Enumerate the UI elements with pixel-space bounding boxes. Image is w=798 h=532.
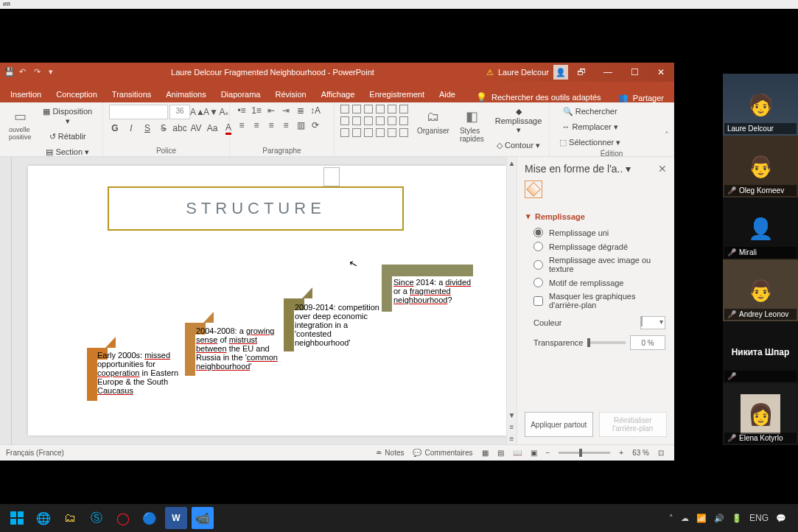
start-button[interactable]: [6, 507, 28, 529]
fit-to-window-icon[interactable]: ⊡: [654, 449, 668, 457]
slideshow-view-icon[interactable]: ▣: [526, 449, 542, 457]
strikethrough-icon[interactable]: S̶: [158, 122, 169, 134]
participant-tile-nikita[interactable]: Никита Шпар 🎤̸: [723, 321, 798, 383]
align-center-icon[interactable]: ≡: [251, 119, 262, 131]
smartart-convert-icon[interactable]: ⟳: [309, 119, 321, 131]
clear-formatting-icon[interactable]: Aₓ: [218, 106, 230, 118]
undo-icon[interactable]: ↶: [19, 67, 29, 77]
taskbar-edge-icon[interactable]: 🌐: [32, 507, 55, 529]
tab-conception[interactable]: Conception: [49, 86, 105, 102]
bold-icon[interactable]: G: [109, 122, 121, 134]
find-button[interactable]: 🔍 Rechercher: [556, 105, 624, 119]
zoom-out-icon[interactable]: −: [542, 449, 555, 457]
text-direction-icon[interactable]: ↕A: [309, 105, 321, 116]
align-right-icon[interactable]: ≡: [265, 119, 277, 131]
scroll-up-icon[interactable]: ▲: [507, 157, 517, 169]
increase-indent-icon[interactable]: ⇥: [280, 105, 292, 116]
numbering-icon[interactable]: 1≡: [251, 105, 262, 116]
color-picker-button[interactable]: [640, 316, 665, 329]
share-button[interactable]: 👥 Partager: [608, 93, 674, 102]
tray-language[interactable]: ENG: [749, 513, 769, 523]
tab-diaporama[interactable]: Diaporama: [214, 86, 268, 102]
slide-thumbnail-strip[interactable]: [0, 157, 12, 444]
select-button[interactable]: ⬚ Sélectionner ▾: [556, 136, 624, 150]
bullets-icon[interactable]: •≡: [236, 105, 248, 116]
tab-aide[interactable]: Aide: [432, 86, 463, 102]
fill-tab-icon[interactable]: [525, 181, 542, 198]
participant-tile-oleg[interactable]: 👨 🎤̸Oleg Korneev: [723, 136, 798, 197]
decrease-font-icon[interactable]: A▼: [205, 106, 217, 118]
tab-affichage[interactable]: Affichage: [314, 86, 363, 102]
decrease-indent-icon[interactable]: ⇤: [265, 105, 277, 116]
increase-font-icon[interactable]: A▲: [192, 106, 203, 118]
qat-more-icon[interactable]: ▾: [49, 67, 59, 77]
vertical-scrollbar[interactable]: ▲ ▼ ≡ ≡: [506, 157, 517, 444]
notes-button[interactable]: ≐ Notes: [371, 449, 408, 457]
taskbar-word-icon[interactable]: W: [165, 507, 187, 529]
tab-insertion[interactable]: Insertion: [3, 86, 49, 102]
tray-wifi-icon[interactable]: 📶: [696, 514, 707, 523]
zoom-value[interactable]: 63 %: [628, 449, 654, 457]
redo-icon[interactable]: ↷: [34, 67, 44, 77]
shapes-gallery[interactable]: [340, 105, 410, 139]
change-case-icon[interactable]: Aa: [206, 122, 218, 134]
check-hide-bg-graphics[interactable]: Masquer les graphiques d'arrière-plan: [526, 290, 665, 312]
tell-me-search[interactable]: 💡 Rechercher des outils adaptés: [476, 92, 608, 102]
tab-revision[interactable]: Révision: [267, 86, 313, 102]
zoom-in-icon[interactable]: +: [615, 449, 628, 457]
participant-tile-laure[interactable]: 🧑 Laure Delcour: [723, 74, 798, 136]
prev-slide-icon[interactable]: ≡: [507, 421, 517, 433]
radio-gradient-fill[interactable]: Remplissage dégradé: [526, 239, 665, 253]
arrange-button[interactable]: 🗂 Organiser: [414, 105, 452, 136]
language-indicator[interactable]: Français (France): [6, 449, 64, 457]
underline-icon[interactable]: S: [141, 122, 153, 134]
tray-notifications-icon[interactable]: 💬: [776, 514, 786, 523]
normal-view-icon[interactable]: ▦: [477, 449, 493, 457]
transparency-slider[interactable]: [587, 341, 626, 344]
tray-cloud-icon[interactable]: ☁: [681, 514, 689, 523]
shape-outline-button[interactable]: ◇ Contour ▾: [491, 139, 546, 153]
columns-icon[interactable]: ▥: [295, 119, 307, 131]
tab-animations[interactable]: Animations: [158, 86, 213, 102]
participant-tile-andrey[interactable]: 👨 🎤̸Andrey Leonov: [723, 259, 798, 321]
new-slide-button[interactable]: ▭ ouvelle positive: [6, 105, 35, 143]
apply-all-button[interactable]: Appliquer partout: [525, 412, 593, 437]
collapse-ribbon-icon[interactable]: ˄: [665, 130, 669, 140]
slide-canvas[interactable]: STRUCTURE Early 2000s: missed opportunit…: [28, 166, 506, 435]
justify-icon[interactable]: ≡: [280, 119, 292, 131]
tray-expand-icon[interactable]: ˄: [669, 514, 673, 523]
character-spacing-icon[interactable]: AV: [190, 122, 202, 134]
taskbar-zoom-icon[interactable]: 📹: [192, 507, 214, 529]
tray-volume-icon[interactable]: 🔊: [714, 514, 724, 523]
ribbon-display-options-icon[interactable]: 🗗: [568, 63, 595, 82]
step-text-2[interactable]: 2004-2008: a growing sense of mistrust b…: [196, 326, 284, 371]
text-shadow-icon[interactable]: abc: [174, 122, 186, 134]
reset-button[interactable]: ↺ Rétablir: [39, 130, 97, 144]
taskbar-skype-icon[interactable]: Ⓢ: [85, 507, 108, 529]
font-size-field[interactable]: 36: [169, 105, 190, 119]
user-avatar-icon[interactable]: 👤: [553, 65, 568, 80]
font-family-field[interactable]: [109, 105, 168, 119]
slide-title-box[interactable]: STRUCTURE: [108, 186, 404, 231]
layout-button[interactable]: ▦ Disposition ▾: [39, 105, 97, 128]
save-icon[interactable]: 💾: [4, 67, 15, 77]
maximize-button[interactable]: ☐: [621, 63, 648, 82]
reset-background-button[interactable]: Réinitialiser l'arrière-plan: [599, 412, 668, 437]
step-text-4[interactable]: Since 2014: a divided or a fragmented ne…: [393, 278, 475, 304]
next-slide-icon[interactable]: ≡: [507, 433, 517, 444]
zoom-slider[interactable]: [559, 452, 610, 454]
tab-transitions[interactable]: Transitions: [105, 86, 158, 102]
step-text-3[interactable]: 2009-2014: competition over deep economi…: [295, 303, 382, 347]
shape-fill-button[interactable]: ◆ Remplissage ▾: [491, 105, 546, 137]
comments-button[interactable]: 💬 Commentaires: [408, 449, 477, 457]
radio-pattern-fill[interactable]: Motif de remplissage: [526, 276, 665, 290]
radio-solid-fill[interactable]: Remplissage uni: [526, 225, 665, 239]
quick-styles-button[interactable]: ◧ Styles rapides: [457, 105, 487, 144]
participant-tile-elena[interactable]: 👩 🎤̸Elena Kotyrlo: [723, 383, 798, 445]
transparency-value[interactable]: 0 %: [630, 335, 665, 350]
reading-view-icon[interactable]: 📖: [508, 449, 526, 457]
align-left-icon[interactable]: ≡: [236, 119, 248, 131]
taskbar-explorer-icon[interactable]: 🗂: [59, 507, 81, 529]
replace-button[interactable]: ↔ Remplacer ▾: [556, 120, 624, 134]
radio-picture-fill[interactable]: Remplissage avec image ou texture: [526, 253, 665, 276]
